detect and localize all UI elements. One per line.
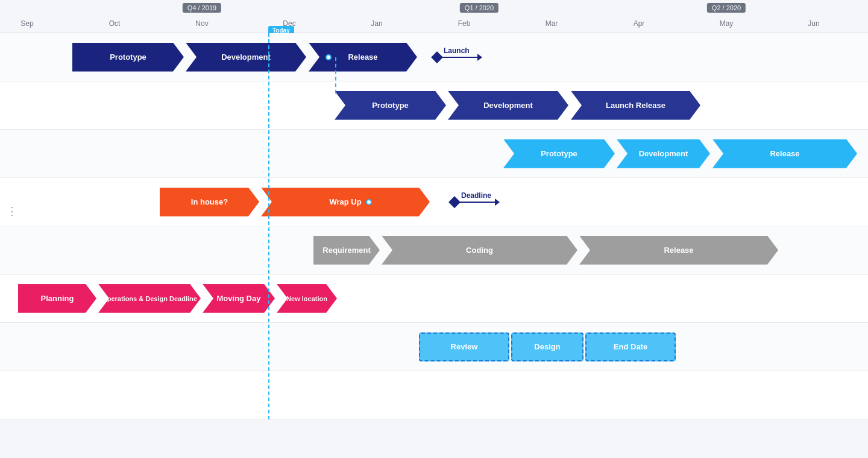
row-2: Prototype Development Launch Release — [0, 81, 868, 130]
bar-development-2[interactable]: Development — [448, 91, 568, 120]
bar-development-1[interactable]: Development — [186, 43, 306, 72]
bar-design[interactable]: Design — [511, 332, 583, 361]
row-empty — [0, 371, 868, 419]
bar-release-5[interactable]: Release — [579, 236, 778, 265]
bar-end-date[interactable]: End Date — [585, 332, 676, 361]
row-4: In house? Wrap Up Deadline — [0, 178, 868, 226]
connector-v-1 — [335, 57, 336, 94]
connector-dot-wrapup — [366, 199, 372, 205]
month-jan: Jan — [371, 19, 382, 28]
bar-requirement[interactable]: Requirement — [313, 236, 380, 265]
quarter-q2-2020: Q2 / 2020 — [707, 3, 746, 13]
bar-release-1[interactable]: Release — [309, 43, 417, 72]
bar-new-location[interactable]: New location — [277, 284, 337, 313]
month-may: May — [720, 19, 734, 28]
bar-prototype-2[interactable]: Prototype — [335, 91, 446, 120]
row-7: Review Design End Date — [0, 323, 868, 371]
gantt-body: Prototype Development Release Launch Pro… — [0, 33, 868, 419]
row-1: Prototype Development Release Launch — [0, 33, 868, 81]
row-5: Requirement Coding Release — [0, 226, 868, 275]
month-oct: Oct — [109, 19, 121, 28]
bar-prototype-3[interactable]: Prototype — [503, 139, 615, 168]
quarter-q4-2019: Q4 / 2019 — [183, 3, 221, 13]
bar-planning[interactable]: Planning — [18, 284, 96, 313]
bar-launch-release[interactable]: Launch Release — [571, 91, 700, 120]
row-3: Prototype Development Release — [0, 130, 868, 178]
month-nov: Nov — [195, 19, 208, 28]
bar-development-3[interactable]: Development — [617, 139, 710, 168]
month-mar: Mar — [546, 19, 558, 28]
row-6: Planning Operations & Design Deadline Mo… — [0, 275, 868, 323]
today-line — [268, 33, 269, 419]
bar-prototype-1[interactable]: Prototype — [72, 43, 184, 72]
bar-ops-design[interactable]: Operations & Design Deadline — [98, 284, 201, 313]
milestone-launch-label: Launch — [444, 46, 470, 55]
month-jun: Jun — [808, 19, 819, 28]
quarter-q1-2020: Q1 / 2020 — [460, 3, 498, 13]
month-apr: Apr — [634, 19, 645, 28]
bar-moving-day[interactable]: Moving Day — [203, 284, 275, 313]
timeline-header: Q4 / 2019 Q1 / 2020 Q2 / 2020 Sep Oct No… — [0, 0, 868, 33]
month-feb: Feb — [458, 19, 471, 28]
connector-dot-1 — [326, 54, 332, 60]
milestone-deadline-label: Deadline — [461, 191, 491, 200]
month-sep: Sep — [20, 19, 33, 28]
sidebar-toggle[interactable]: ⋮ — [6, 199, 18, 223]
bar-release-3[interactable]: Release — [712, 139, 857, 168]
bar-review[interactable]: Review — [419, 332, 509, 361]
bar-coding[interactable]: Coding — [382, 236, 577, 265]
bar-wrapup[interactable]: Wrap Up — [261, 188, 430, 217]
bar-inhouse[interactable]: In house? — [160, 188, 259, 217]
gantt-container: Q4 / 2019 Q1 / 2020 Q2 / 2020 Sep Oct No… — [0, 0, 868, 458]
